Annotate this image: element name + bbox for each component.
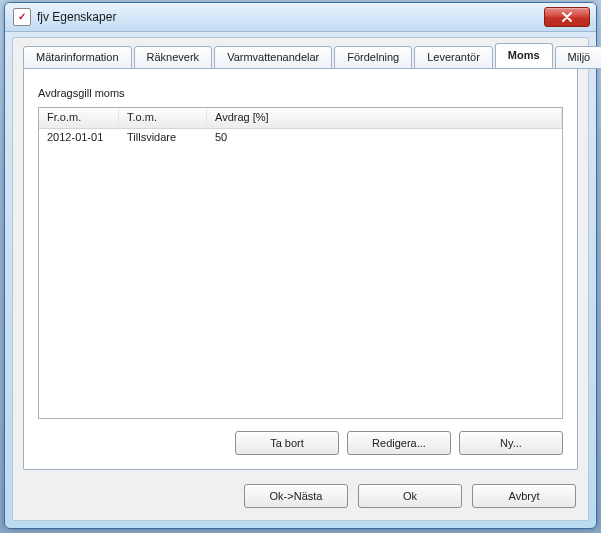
- moms-grid[interactable]: Fr.o.m. T.o.m. Avdrag [%] 2012-01-01 Til…: [38, 107, 563, 419]
- tab-leverantor[interactable]: Leverantör: [414, 46, 493, 69]
- tabpage-moms: Avdragsgill moms Fr.o.m. T.o.m. Avdrag […: [23, 68, 578, 470]
- cell-deduct: 50: [207, 129, 562, 147]
- cell-from: 2012-01-01: [39, 129, 119, 147]
- col-header-from[interactable]: Fr.o.m.: [39, 108, 119, 128]
- ok-next-button[interactable]: Ok->Nästa: [244, 484, 348, 508]
- dialog-window: ✓ fjv Egenskaper Mätarinformation Räknev…: [4, 2, 597, 529]
- tab-varmvattenandelar[interactable]: Varmvattenandelar: [214, 46, 332, 69]
- app-icon: ✓: [13, 8, 31, 26]
- close-icon: [562, 12, 572, 22]
- col-header-to[interactable]: T.o.m.: [119, 108, 207, 128]
- tab-moms[interactable]: Moms: [495, 43, 553, 68]
- client-area: Mätarinformation Räkneverk Varmvattenand…: [12, 37, 589, 521]
- tabstrip: Mätarinformation Räkneverk Varmvattenand…: [23, 46, 578, 68]
- edit-button[interactable]: Redigera...: [347, 431, 451, 455]
- col-header-deduct[interactable]: Avdrag [%]: [207, 108, 562, 128]
- grid-buttons: Ta bort Redigera... Ny...: [235, 431, 563, 455]
- remove-button[interactable]: Ta bort: [235, 431, 339, 455]
- tab-fordelning[interactable]: Fördelning: [334, 46, 412, 69]
- grid-header: Fr.o.m. T.o.m. Avdrag [%]: [39, 108, 562, 129]
- table-row[interactable]: 2012-01-01 Tillsvidare 50: [39, 129, 562, 147]
- window-title: fjv Egenskaper: [37, 10, 544, 24]
- section-label: Avdragsgill moms: [38, 87, 125, 99]
- close-button[interactable]: [544, 7, 590, 27]
- cell-to: Tillsvidare: [119, 129, 207, 147]
- titlebar: ✓ fjv Egenskaper: [5, 3, 596, 32]
- tab-miljo[interactable]: Miljö: [555, 46, 601, 69]
- dialog-buttons: Ok->Nästa Ok Avbryt: [244, 484, 576, 508]
- ok-button[interactable]: Ok: [358, 484, 462, 508]
- tab-matarinformation[interactable]: Mätarinformation: [23, 46, 132, 69]
- cancel-button[interactable]: Avbryt: [472, 484, 576, 508]
- new-button[interactable]: Ny...: [459, 431, 563, 455]
- tab-rakneverk[interactable]: Räkneverk: [134, 46, 213, 69]
